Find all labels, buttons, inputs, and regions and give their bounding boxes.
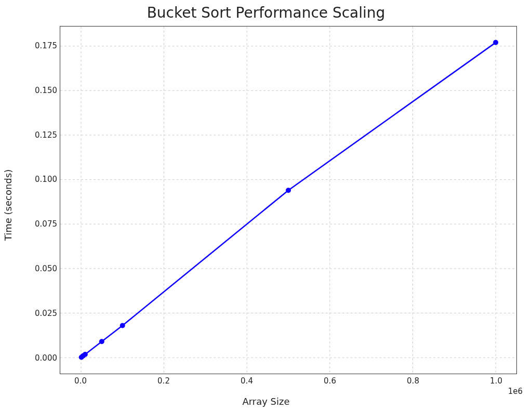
- figure: Bucket Sort Performance Scaling Time (se…: [0, 0, 532, 410]
- x-tick-label: 1.0: [490, 376, 502, 386]
- data-point: [286, 188, 291, 193]
- y-axis-label: Time (seconds): [2, 0, 15, 410]
- data-point: [120, 323, 125, 328]
- plot-area: [60, 26, 517, 374]
- y-tick-label: 0.000: [5, 353, 57, 363]
- grid: [60, 27, 516, 374]
- x-axis-offset-text: 1e6: [508, 387, 523, 396]
- y-tick-label: 0.125: [5, 130, 57, 140]
- data-point: [493, 40, 498, 45]
- tick-marks: [60, 46, 496, 374]
- y-tick-label: 0.175: [5, 41, 57, 50]
- x-axis-label: Array Size: [0, 396, 532, 407]
- y-tick-label: 0.100: [5, 175, 57, 184]
- x-tick-label: 0.6: [324, 376, 336, 386]
- y-tick-label: 0.075: [5, 219, 57, 229]
- x-tick-label: 0.4: [241, 376, 253, 386]
- y-tick-label: 0.050: [5, 264, 57, 273]
- x-tick-label: 0.8: [407, 376, 419, 386]
- y-tick-label: 0.150: [5, 86, 57, 95]
- plot-svg: [60, 27, 516, 374]
- data-point: [99, 339, 104, 344]
- data-point: [83, 352, 88, 357]
- data-series: [79, 40, 498, 360]
- chart-title: Bucket Sort Performance Scaling: [0, 4, 532, 21]
- series-line: [82, 43, 496, 358]
- x-tick-label: 0.2: [157, 376, 170, 386]
- y-tick-label: 0.025: [5, 309, 57, 318]
- x-tick-label: 0.0: [74, 376, 87, 386]
